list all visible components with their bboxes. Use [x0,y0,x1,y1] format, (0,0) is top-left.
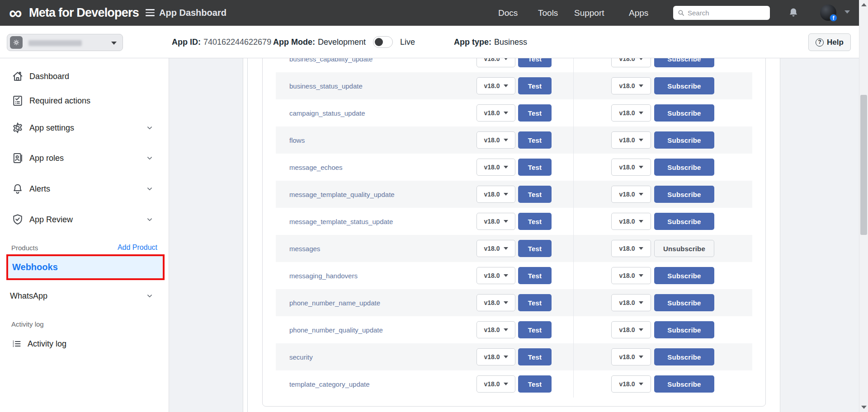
webhook-field-link[interactable]: business_status_update [289,82,363,90]
test-button[interactable]: Test [518,348,552,365]
user-avatar[interactable]: f [820,5,836,21]
scrollbar-thumb[interactable] [860,95,867,235]
subscribe-version-dropdown[interactable]: v18.0 [611,77,651,94]
test-version-dropdown[interactable]: v18.0 [476,131,515,149]
test-version-dropdown[interactable]: v18.0 [476,104,515,122]
test-button[interactable]: Test [518,375,552,393]
caret-down-icon [639,301,643,304]
subscribe-button[interactable]: Subscribe [654,375,714,393]
test-button[interactable]: Test [518,267,552,284]
webhook-field-link[interactable]: message_template_quality_update [289,191,395,198]
subscribe-button[interactable]: Subscribe [654,104,714,122]
test-version-dropdown[interactable]: v18.0 [476,321,515,338]
webhook-field-link[interactable]: flows [289,136,305,144]
subscribe-button[interactable]: Subscribe [654,159,714,176]
subscribe-version-dropdown[interactable]: v18.0 [611,267,651,284]
caret-down-icon [639,220,643,223]
subscribe-version-dropdown[interactable]: v18.0 [611,213,651,230]
products-label: Products [11,244,38,252]
test-button[interactable]: Test [518,77,552,94]
add-product-link[interactable]: Add Product [118,243,157,252]
subscribe-button[interactable]: Subscribe [654,267,714,284]
webhook-field-link[interactable]: messages [289,245,320,253]
test-button[interactable]: Test [518,186,552,203]
app-mode-development: Development [318,37,366,47]
subscribe-button[interactable]: Subscribe [654,213,714,230]
test-button[interactable]: Test [518,294,552,311]
sidebar-item-webhooks[interactable]: Webhooks [8,256,163,278]
test-version-dropdown[interactable]: v18.0 [476,348,515,365]
test-button[interactable]: Test [518,104,552,122]
webhook-field-link[interactable]: phone_number_quality_update [289,326,383,334]
hamburger-menu-icon[interactable] [146,9,155,16]
subscribe-version-dropdown[interactable]: v18.0 [611,186,651,203]
app-mode-toggle[interactable] [373,36,393,48]
test-button[interactable]: Test [518,240,552,257]
app-selector-dropdown[interactable] [7,34,123,51]
test-version-dropdown[interactable]: v18.0 [476,240,515,257]
test-button[interactable]: Test [518,213,552,230]
webhook-field-link[interactable]: message_template_status_update [289,218,393,225]
test-version-dropdown[interactable]: v18.0 [476,294,515,311]
notifications-bell-icon[interactable] [788,7,799,19]
nav-link-support[interactable]: Support [574,0,604,26]
caret-down-icon [504,301,508,304]
subscribe-button[interactable]: Subscribe [654,77,714,94]
webhook-field-link[interactable]: message_echoes [289,164,343,171]
subscribe-version-dropdown[interactable]: v18.0 [611,159,651,176]
subscribe-button[interactable]: Subscribe [654,294,714,311]
test-button[interactable]: Test [518,321,552,338]
unsubscribe-button[interactable]: Unsubscribe [654,240,714,257]
subscribe-version-dropdown[interactable]: v18.0 [611,321,651,338]
sidebar-item-dashboard[interactable]: Dashboard [0,66,169,86]
subscribe-version-dropdown[interactable]: v18.0 [611,294,651,311]
account-caret-down-icon[interactable] [844,10,850,14]
webhook-field-link[interactable]: phone_number_name_update [289,299,380,307]
search-input[interactable] [688,6,767,20]
webhooks-table-card: business_capability_updatev18.0Testv18.0… [262,32,766,407]
webhook-field-link[interactable]: campaign_status_update [289,109,365,117]
app-dashboard-menu[interactable]: App Dashboard [159,0,226,26]
test-button[interactable]: Test [518,131,552,149]
test-version-dropdown[interactable]: v18.0 [476,375,515,393]
scroll-down-arrow-icon[interactable] [861,406,867,409]
subscribe-version-dropdown[interactable]: v18.0 [611,104,651,122]
test-version-dropdown[interactable]: v18.0 [476,77,515,94]
webhook-field-link[interactable]: messaging_handovers [289,272,358,280]
webhook-field-link[interactable]: template_category_update [289,380,370,388]
subscribe-button[interactable]: Subscribe [654,348,714,365]
test-version-dropdown[interactable]: v18.0 [476,159,515,176]
nav-link-tools[interactable]: Tools [538,0,558,26]
test-version-dropdown[interactable]: v18.0 [476,267,515,284]
subscribe-version-dropdown[interactable]: v18.0 [611,131,651,149]
subscribe-version-dropdown[interactable]: v18.0 [611,348,651,365]
nav-link-docs[interactable]: Docs [498,0,518,26]
nav-link-apps[interactable]: Apps [629,0,648,26]
help-button[interactable]: ? Help [808,33,851,51]
caret-down-icon [639,84,643,87]
caret-down-icon [639,112,643,114]
sidebar-item-activity-log[interactable]: Activity log [0,334,169,354]
sidebar-item-required-actions[interactable]: Required actions [0,91,169,111]
subscribe-button[interactable]: Subscribe [654,186,714,203]
subscribe-version-dropdown[interactable]: v18.0 [611,375,651,393]
webhook-field-link[interactable]: security [289,353,313,361]
test-version-dropdown[interactable]: v18.0 [476,186,515,203]
shield-check-icon [11,213,24,226]
sidebar-item-app-settings[interactable]: App settings [0,118,169,138]
test-button[interactable]: Test [518,159,552,176]
scroll-up-arrow-icon[interactable] [861,3,867,6]
sidebar-item-app-review[interactable]: App Review [0,210,169,229]
subscribe-button[interactable]: Subscribe [654,131,714,149]
caret-down-icon [504,84,508,87]
id-card-icon [11,152,24,164]
sidebar-item-app-roles[interactable]: App roles [0,148,169,168]
test-version-dropdown[interactable]: v18.0 [476,213,515,230]
subscribe-button[interactable]: Subscribe [654,321,714,338]
meta-logo-icon[interactable]: ∞ [9,1,22,25]
brand-title[interactable]: Meta for Developers [29,0,139,26]
sidebar-item-whatsapp[interactable]: WhatsApp [0,286,169,306]
subscribe-version-dropdown[interactable]: v18.0 [611,240,651,257]
table-row: message_template_status_updatev18.0Testv… [276,208,752,235]
sidebar-item-alerts[interactable]: Alerts [0,179,169,199]
